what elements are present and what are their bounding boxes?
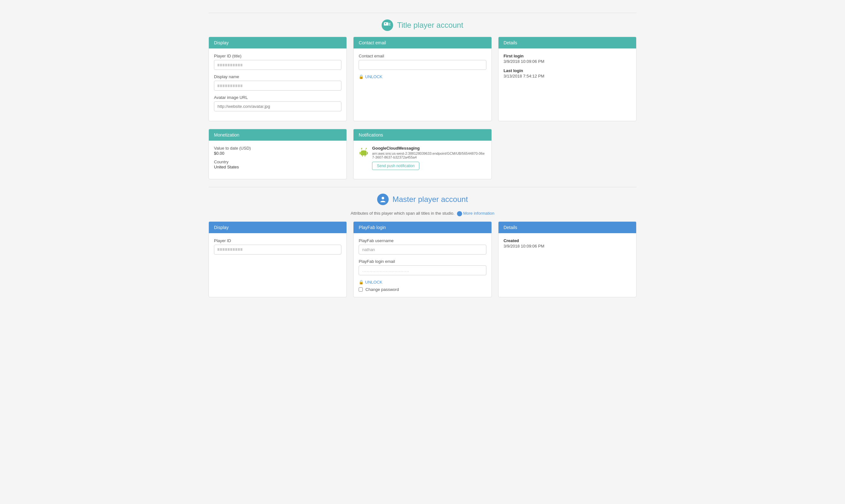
last-login-item: Last login 3/13/2018 7:54:12 PM — [504, 68, 631, 78]
contact-email-card: Contact email Contact email 🔒 UNLOCK — [353, 37, 492, 121]
notification-item-gcm: GoogleCloudMessaging arn:aws:sns:us-west… — [359, 146, 486, 170]
playfab-email-input[interactable] — [359, 265, 486, 275]
avatar-url-label: Avatar image URL — [214, 95, 341, 100]
master-details-body: Created 3/9/2018 10:09:06 PM — [499, 233, 636, 258]
playfab-unlock-button[interactable]: 🔒 UNLOCK — [359, 280, 382, 285]
master-display-header: Display — [209, 222, 346, 233]
contact-email-label: Contact email — [359, 54, 486, 58]
contact-email-body: Contact email 🔒 UNLOCK — [353, 49, 491, 84]
display-name-input[interactable] — [214, 81, 341, 91]
contact-unlock-button[interactable]: 🔒 UNLOCK — [359, 74, 382, 79]
title-player-icon — [382, 19, 393, 31]
playfab-username-label: PlayFab username — [359, 238, 486, 243]
master-section-title: Master player account — [393, 195, 468, 204]
notifications-body: GoogleCloudMessaging arn:aws:sns:us-west… — [353, 141, 491, 179]
master-display-card: Display Player ID — [209, 221, 347, 297]
master-section-subtitle: Attributes of this player which span all… — [209, 211, 636, 216]
master-player-id-label: Player ID — [214, 238, 341, 243]
svg-point-1 — [385, 23, 386, 24]
display-card: Display Player ID (title) Display name A… — [209, 37, 347, 121]
svg-point-11 — [366, 148, 367, 149]
contact-email-header: Contact email — [353, 37, 491, 49]
value-to-date-label: Value to date (USD) — [214, 146, 341, 150]
more-info-link[interactable]: More information — [463, 211, 494, 216]
details-card-body: First login 3/9/2018 10:09:06 PM Last lo… — [499, 49, 636, 88]
empty-col — [498, 129, 636, 179]
svg-rect-5 — [389, 25, 391, 25]
created-label: Created — [504, 238, 631, 243]
svg-rect-13 — [367, 152, 368, 155]
playfab-login-card: PlayFab login PlayFab username PlayFab l… — [353, 221, 492, 297]
send-push-button[interactable]: Send push notification — [372, 162, 419, 170]
playfab-lock-icon: 🔒 — [359, 280, 364, 285]
notification-service-name: GoogleCloudMessaging — [372, 146, 486, 150]
lock-icon: 🔒 — [359, 74, 364, 79]
first-login-value: 3/9/2018 10:09:06 PM — [504, 59, 631, 64]
notification-content: GoogleCloudMessaging arn:aws:sns:us-west… — [372, 146, 486, 170]
details-card: Details First login 3/9/2018 10:09:06 PM… — [498, 37, 636, 121]
player-id-input[interactable] — [214, 60, 341, 70]
svg-rect-12 — [360, 152, 361, 155]
player-id-field-group: Player ID (title) — [214, 54, 341, 70]
playfab-login-body: PlayFab username PlayFab login email 🔒 U… — [353, 233, 491, 297]
created-item: Created 3/9/2018 10:09:06 PM — [504, 238, 631, 249]
monetization-header: Monetization — [209, 129, 346, 141]
master-subtitle-text: Attributes of this player which span all… — [351, 211, 454, 216]
playfab-unlock-label: UNLOCK — [365, 280, 382, 285]
avatar-url-field-group: Avatar image URL — [214, 95, 341, 111]
android-icon — [359, 146, 369, 157]
change-password-row: Change password — [359, 287, 486, 292]
master-player-id-group: Player ID — [214, 238, 341, 255]
playfab-username-group: PlayFab username — [359, 238, 486, 255]
change-password-checkbox[interactable] — [359, 287, 363, 291]
top-cards-grid: Display Player ID (title) Display name A… — [209, 37, 636, 121]
created-value: 3/9/2018 10:09:06 PM — [504, 244, 631, 249]
playfab-username-input[interactable] — [359, 245, 486, 255]
avatar-url-input[interactable] — [214, 102, 341, 111]
notifications-card: Notifications — [353, 129, 492, 179]
details-card-header: Details — [499, 37, 636, 49]
svg-rect-2 — [384, 24, 388, 25]
contact-email-field-group: Contact email — [359, 54, 486, 70]
master-cards-grid: Display Player ID PlayFab login PlayFab … — [209, 221, 636, 297]
master-section-header: Master player account — [209, 187, 636, 205]
value-to-date-item: Value to date (USD) $0.00 — [214, 146, 341, 156]
master-details-header: Details — [499, 222, 636, 233]
master-details-card: Details Created 3/9/2018 10:09:06 PM — [498, 221, 636, 297]
country-value: United States — [214, 165, 341, 169]
last-login-label: Last login — [504, 68, 631, 73]
display-card-body: Player ID (title) Display name Avatar im… — [209, 49, 346, 121]
player-id-label: Player ID (title) — [214, 54, 341, 58]
display-name-field-group: Display name — [214, 74, 341, 91]
contact-unlock-label: UNLOCK — [365, 74, 382, 79]
first-login-item: First login 3/9/2018 10:09:06 PM — [504, 54, 631, 64]
playfab-email-group: PlayFab login email — [359, 259, 486, 275]
svg-point-10 — [362, 148, 362, 149]
second-cards-grid: Monetization Value to date (USD) $0.00 C… — [209, 129, 636, 179]
display-card-header: Display — [209, 37, 346, 49]
title-section-title: Title player account — [397, 21, 463, 30]
svg-point-14 — [382, 197, 384, 199]
contact-email-input[interactable] — [359, 60, 486, 70]
more-info-icon[interactable]: i — [457, 211, 462, 216]
master-display-body: Player ID — [209, 233, 346, 264]
display-name-label: Display name — [214, 74, 341, 79]
title-section-header: Title player account — [209, 13, 636, 31]
notification-arn: arn:aws:sns:us-west-2:388128039633:endpo… — [372, 151, 486, 159]
notifications-header: Notifications — [353, 129, 491, 141]
monetization-body: Value to date (USD) $0.00 Country United… — [209, 141, 346, 178]
playfab-email-label: PlayFab login email — [359, 259, 486, 264]
monetization-card: Monetization Value to date (USD) $0.00 C… — [209, 129, 347, 179]
last-login-value: 3/13/2018 7:54:12 PM — [504, 74, 631, 78]
page-container: Title player account Display Player ID (… — [199, 0, 646, 311]
playfab-login-header: PlayFab login — [353, 222, 491, 233]
change-password-label: Change password — [365, 287, 399, 292]
first-login-label: First login — [504, 54, 631, 58]
country-item: Country United States — [214, 160, 341, 169]
value-to-date-amount: $0.00 — [214, 151, 341, 156]
master-player-id-input[interactable] — [214, 245, 341, 255]
master-player-icon — [377, 194, 389, 205]
svg-rect-4 — [389, 24, 390, 24]
svg-rect-3 — [389, 23, 391, 24]
country-label: Country — [214, 160, 341, 164]
